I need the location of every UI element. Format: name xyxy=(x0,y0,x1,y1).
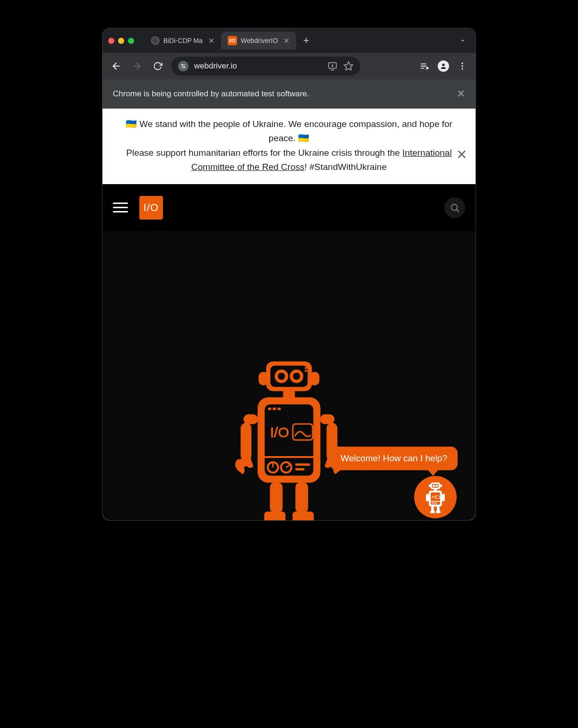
svg-rect-54 xyxy=(429,484,431,487)
svg-rect-56 xyxy=(434,489,437,491)
infobar-message: Chrome is being controlled by automated … xyxy=(113,89,309,99)
page-content: 🇺🇦 We stand with the people of Ukraine. … xyxy=(102,109,476,520)
search-button[interactable] xyxy=(444,197,465,218)
close-banner-icon[interactable]: ✕ xyxy=(456,144,467,165)
svg-rect-47 xyxy=(264,512,285,520)
new-tab-button[interactable]: + xyxy=(299,34,313,48)
tab-strip: BiDi-CDP Ma ✕ I/O WebdriverIO ✕ + xyxy=(144,32,452,50)
svg-rect-49 xyxy=(293,512,314,520)
bookmark-star-icon[interactable] xyxy=(343,61,354,71)
tab-title: WebdriverIO xyxy=(241,37,278,44)
svg-text:I/O: I/O xyxy=(432,495,436,499)
tab-inactive[interactable]: BiDi-CDP Ma ✕ xyxy=(144,32,221,50)
svg-line-15 xyxy=(457,210,459,212)
svg-rect-66 xyxy=(431,507,434,511)
hamburger-menu-button[interactable] xyxy=(113,203,128,212)
close-icon[interactable]: ✕ xyxy=(457,88,465,100)
more-menu-icon[interactable] xyxy=(456,59,469,73)
robot-image: I/O xyxy=(209,353,369,520)
minimize-window-button[interactable] xyxy=(118,38,124,44)
svg-point-11 xyxy=(461,63,463,64)
webdriverio-favicon: I/O xyxy=(228,36,237,45)
svg-rect-48 xyxy=(296,483,308,513)
tab-list-dropdown[interactable] xyxy=(456,34,470,48)
svg-point-52 xyxy=(433,485,435,487)
svg-marker-6 xyxy=(344,62,353,70)
hero-section: I/O xyxy=(102,231,476,520)
maximize-window-button[interactable] xyxy=(128,38,134,44)
svg-rect-25 xyxy=(305,370,307,372)
svg-rect-24 xyxy=(305,367,307,369)
automation-infobar: Chrome is being controlled by automated … xyxy=(102,79,476,109)
banner-line-2: Please support humanitarian efforts for … xyxy=(121,146,457,175)
chat-welcome-bubble: Welcome! How can I help? xyxy=(330,447,458,470)
close-window-button[interactable] xyxy=(108,38,114,44)
url-text: webdriver.io xyxy=(194,61,322,71)
svg-rect-26 xyxy=(283,391,295,398)
close-tab-icon[interactable]: ✕ xyxy=(281,36,291,45)
back-button[interactable] xyxy=(109,59,123,73)
svg-rect-43 xyxy=(241,423,251,461)
close-tab-icon[interactable]: ✕ xyxy=(206,36,216,45)
tab-active[interactable]: I/O WebdriverIO ✕ xyxy=(221,32,296,50)
svg-point-3 xyxy=(182,65,183,66)
svg-point-21 xyxy=(278,372,285,380)
tab-title: BiDi-CDP Ma xyxy=(163,37,203,44)
svg-rect-64 xyxy=(426,494,429,501)
svg-rect-42 xyxy=(244,415,258,424)
browser-window: BiDi-CDP Ma ✕ I/O WebdriverIO ✕ + xyxy=(102,28,476,520)
install-app-icon[interactable] xyxy=(327,61,338,71)
forward-button[interactable] xyxy=(130,59,144,73)
svg-rect-40 xyxy=(296,464,310,466)
svg-rect-31 xyxy=(278,408,280,410)
svg-rect-30 xyxy=(273,408,276,410)
toolbar: webdriver.io xyxy=(102,53,476,79)
svg-rect-29 xyxy=(268,408,271,410)
svg-point-13 xyxy=(461,68,463,69)
media-control-icon[interactable] xyxy=(418,59,431,73)
site-header: I/O xyxy=(102,184,476,231)
svg-point-23 xyxy=(293,372,300,380)
toolbar-right xyxy=(418,59,469,73)
svg-rect-55 xyxy=(440,484,442,487)
svg-point-53 xyxy=(436,485,438,487)
titlebar: BiDi-CDP Ma ✕ I/O WebdriverIO ✕ + xyxy=(102,28,476,53)
banner-line-1: 🇺🇦 We stand with the people of Ukraine. … xyxy=(121,117,457,146)
site-settings-icon[interactable] xyxy=(178,61,188,71)
globe-icon xyxy=(151,36,160,45)
svg-text:I/O: I/O xyxy=(270,424,289,440)
svg-rect-69 xyxy=(436,511,441,513)
svg-rect-65 xyxy=(442,494,445,501)
svg-rect-68 xyxy=(430,511,435,513)
profile-avatar[interactable] xyxy=(438,60,449,72)
svg-point-4 xyxy=(184,67,185,68)
svg-rect-44 xyxy=(320,415,334,424)
svg-rect-46 xyxy=(270,483,282,513)
svg-point-12 xyxy=(461,65,463,67)
address-bar[interactable]: webdriver.io xyxy=(171,57,360,76)
svg-rect-67 xyxy=(437,507,440,511)
chatbot-launcher-button[interactable]: I/O xyxy=(414,476,457,518)
svg-rect-41 xyxy=(296,468,304,470)
announcement-banner: 🇺🇦 We stand with the people of Ukraine. … xyxy=(102,109,476,184)
window-controls xyxy=(108,38,134,44)
reload-button[interactable] xyxy=(151,59,165,73)
svg-point-10 xyxy=(442,64,444,66)
webdriverio-logo[interactable]: I/O xyxy=(139,196,163,220)
